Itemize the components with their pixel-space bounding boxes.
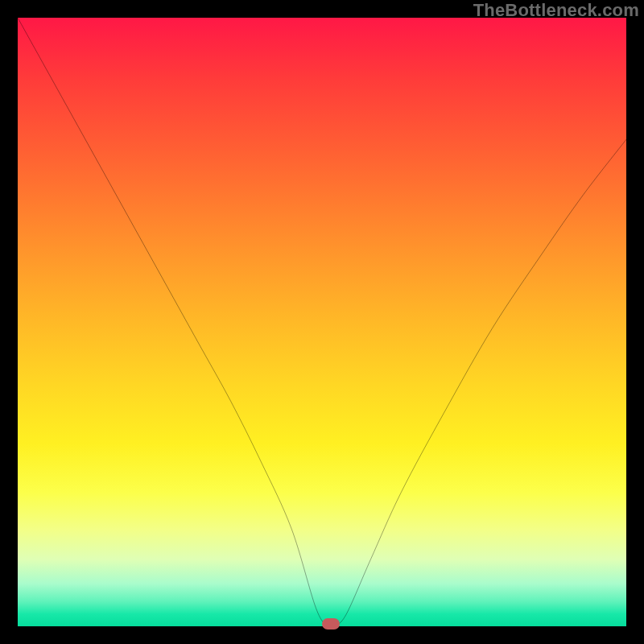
chart-frame: TheBottleneck.com (0, 0, 644, 644)
watermark-text: TheBottleneck.com (473, 0, 639, 21)
plot-area (18, 18, 626, 626)
minimum-marker (322, 618, 340, 630)
bottleneck-curve (18, 18, 626, 626)
